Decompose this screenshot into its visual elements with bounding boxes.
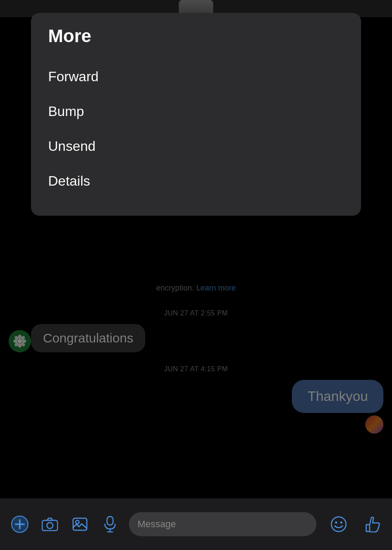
photo-button[interactable] xyxy=(69,513,91,535)
svg-point-21 xyxy=(335,522,337,524)
more-menu-panel: More Forward Bump Unsend Details xyxy=(31,13,361,216)
message-placeholder: Message xyxy=(138,519,176,530)
svg-rect-15 xyxy=(73,518,87,530)
unsend-option[interactable]: Unsend xyxy=(48,129,344,164)
bump-option[interactable]: Bump xyxy=(48,94,344,129)
svg-point-16 xyxy=(76,520,79,524)
camera-button[interactable] xyxy=(39,513,61,535)
svg-rect-17 xyxy=(107,516,113,525)
plus-button[interactable] xyxy=(9,513,31,535)
mic-button[interactable] xyxy=(99,513,121,535)
svg-point-14 xyxy=(47,522,53,529)
emoji-button[interactable] xyxy=(328,513,350,535)
thumbs-up-button[interactable] xyxy=(361,513,383,535)
message-input[interactable]: Message xyxy=(129,512,316,536)
bottom-toolbar: Message xyxy=(0,498,392,550)
forward-option[interactable]: Forward xyxy=(48,59,344,94)
svg-rect-13 xyxy=(42,520,58,531)
details-option[interactable]: Details xyxy=(48,164,344,199)
svg-point-20 xyxy=(331,517,346,532)
more-menu-title: More xyxy=(48,26,344,46)
svg-point-22 xyxy=(340,522,343,524)
